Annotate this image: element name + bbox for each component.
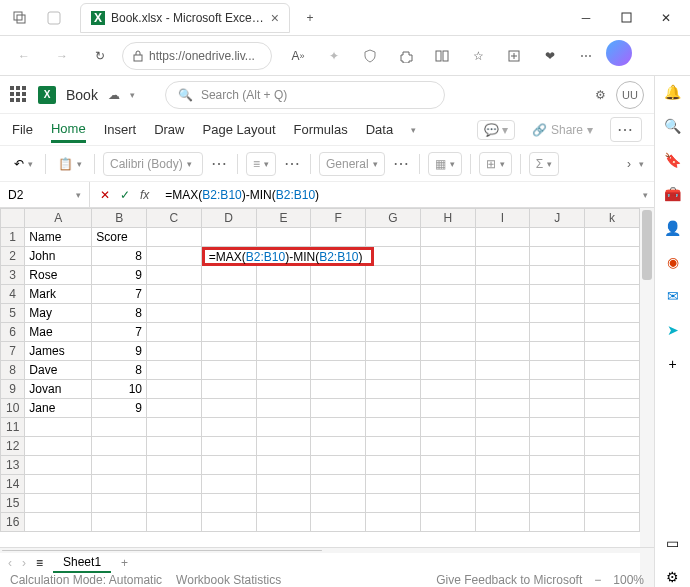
cell-I5[interactable] <box>475 304 530 323</box>
refresh-button[interactable]: ↻ <box>84 40 116 72</box>
cancel-formula-icon[interactable]: ✕ <box>100 188 110 202</box>
cell-B14[interactable] <box>92 475 147 494</box>
cell-D6[interactable] <box>201 323 256 342</box>
cell-E4[interactable] <box>256 285 311 304</box>
cell-D9[interactable] <box>201 380 256 399</box>
cell-H2[interactable] <box>420 247 475 266</box>
cell-G8[interactable] <box>366 361 421 380</box>
cell-A10[interactable]: Jane <box>25 399 92 418</box>
cell-E9[interactable] <box>256 380 311 399</box>
office-icon[interactable]: ◉ <box>663 252 683 272</box>
tab-page-layout[interactable]: Page Layout <box>203 118 276 141</box>
row-header-5[interactable]: 5 <box>1 304 25 323</box>
cell-D7[interactable] <box>201 342 256 361</box>
cell-D13[interactable] <box>201 456 256 475</box>
cell-k10[interactable] <box>585 399 640 418</box>
cell-I12[interactable] <box>475 437 530 456</box>
cell-B11[interactable] <box>92 418 147 437</box>
cell-D14[interactable] <box>201 475 256 494</box>
cell-B7[interactable]: 9 <box>92 342 147 361</box>
cell-B12[interactable] <box>92 437 147 456</box>
split-icon[interactable] <box>426 40 458 72</box>
cell-F8[interactable] <box>311 361 366 380</box>
cell-D12[interactable] <box>201 437 256 456</box>
cell-G4[interactable] <box>366 285 421 304</box>
copilot-icon[interactable] <box>606 40 632 66</box>
app-launcher-icon[interactable] <box>10 86 28 104</box>
cell-J13[interactable] <box>530 456 585 475</box>
extensions-icon[interactable] <box>390 40 422 72</box>
cell-J8[interactable] <box>530 361 585 380</box>
cell-B1[interactable]: Score <box>92 228 147 247</box>
cell-I3[interactable] <box>475 266 530 285</box>
cell-E6[interactable] <box>256 323 311 342</box>
share-button[interactable]: 🔗 Share ▾ <box>525 120 600 140</box>
cell-F12[interactable] <box>311 437 366 456</box>
cell-D15[interactable] <box>201 494 256 513</box>
row-header-8[interactable]: 8 <box>1 361 25 380</box>
cell-G5[interactable] <box>366 304 421 323</box>
cell-J2[interactable] <box>530 247 585 266</box>
cell-J15[interactable] <box>530 494 585 513</box>
cell-A1[interactable]: Name <box>25 228 92 247</box>
cell-F16[interactable] <box>311 513 366 532</box>
row-header-2[interactable]: 2 <box>1 247 25 266</box>
cell-I2[interactable] <box>475 247 530 266</box>
cell-B10[interactable]: 9 <box>92 399 147 418</box>
cell-E10[interactable] <box>256 399 311 418</box>
cell-k8[interactable] <box>585 361 640 380</box>
cell-C3[interactable] <box>147 266 202 285</box>
cell-B4[interactable]: 7 <box>92 285 147 304</box>
cell-A6[interactable]: Mae <box>25 323 92 342</box>
cell-k3[interactable] <box>585 266 640 285</box>
cell-I6[interactable] <box>475 323 530 342</box>
comments-button[interactable]: 💬 ▾ <box>477 120 515 140</box>
cell-J14[interactable] <box>530 475 585 494</box>
name-box[interactable]: D2▾ <box>0 182 90 207</box>
settings-gear-icon[interactable]: ⚙ <box>595 88 606 102</box>
cell-A14[interactable] <box>25 475 92 494</box>
cell-I9[interactable] <box>475 380 530 399</box>
tab-file[interactable]: File <box>12 118 33 141</box>
row-header-11[interactable]: 11 <box>1 418 25 437</box>
formula-input[interactable]: =MAX(B2:B10)-MIN(B2:B10) <box>159 188 643 202</box>
cell-D10[interactable] <box>201 399 256 418</box>
cell-C15[interactable] <box>147 494 202 513</box>
cell-A8[interactable]: Dave <box>25 361 92 380</box>
cell-J1[interactable] <box>530 228 585 247</box>
shield-icon[interactable] <box>354 40 386 72</box>
feedback-link[interactable]: Give Feedback to Microsoft <box>436 573 582 587</box>
cell-J11[interactable] <box>530 418 585 437</box>
cell-F9[interactable] <box>311 380 366 399</box>
editing-button[interactable]: Σ▾ <box>529 152 559 176</box>
cell-E15[interactable] <box>256 494 311 513</box>
tab-formulas[interactable]: Formulas <box>294 118 348 141</box>
cell-C6[interactable] <box>147 323 202 342</box>
cell-k5[interactable] <box>585 304 640 323</box>
tab-actions-icon[interactable] <box>4 2 36 34</box>
cell-F5[interactable] <box>311 304 366 323</box>
cell-C13[interactable] <box>147 456 202 475</box>
cell-G6[interactable] <box>366 323 421 342</box>
prev-sheet-icon[interactable]: ‹ <box>8 556 12 570</box>
cell-k1[interactable] <box>585 228 640 247</box>
cell-E3[interactable] <box>256 266 311 285</box>
cell-B15[interactable] <box>92 494 147 513</box>
cell-H11[interactable] <box>420 418 475 437</box>
collapse-ribbon-icon[interactable]: ▾ <box>639 159 644 169</box>
cell-A9[interactable]: Jovan <box>25 380 92 399</box>
cell-C9[interactable] <box>147 380 202 399</box>
cell-C5[interactable] <box>147 304 202 323</box>
outlook-icon[interactable]: ✉ <box>663 286 683 306</box>
column-header-C[interactable]: C <box>147 209 202 228</box>
tab-draw[interactable]: Draw <box>154 118 184 141</box>
cell-H13[interactable] <box>420 456 475 475</box>
cell-A15[interactable] <box>25 494 92 513</box>
cell-J10[interactable] <box>530 399 585 418</box>
collections-icon[interactable] <box>498 40 530 72</box>
cell-E12[interactable] <box>256 437 311 456</box>
tools-icon[interactable]: 🧰 <box>663 184 683 204</box>
menu-icon[interactable]: ⋯ <box>570 40 602 72</box>
cell-B9[interactable]: 10 <box>92 380 147 399</box>
cell-A5[interactable]: May <box>25 304 92 323</box>
